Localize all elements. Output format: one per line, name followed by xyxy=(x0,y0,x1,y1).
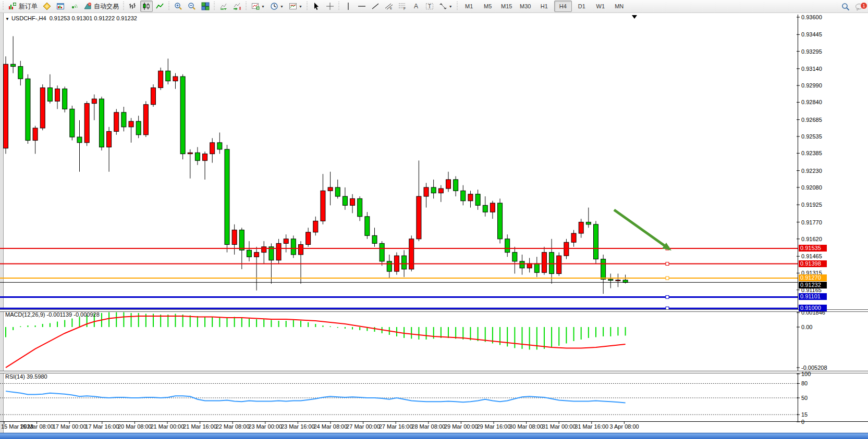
candle xyxy=(4,56,8,154)
candle xyxy=(475,190,480,210)
time-tick-label: 23 Mar 00:00 xyxy=(248,423,282,430)
crosshair-button[interactable] xyxy=(324,1,336,12)
chart-shift-marker[interactable] xyxy=(632,15,637,19)
pane-separator-rsi[interactable] xyxy=(0,371,868,373)
price-chart[interactable] xyxy=(0,13,868,433)
bottom-scrollbar[interactable] xyxy=(0,433,868,439)
tf-m30-label: M30 xyxy=(520,3,531,9)
templates-button[interactable]: ▼ xyxy=(287,1,304,12)
candle xyxy=(158,68,163,90)
line-handle[interactable] xyxy=(666,277,669,280)
tf-m15[interactable]: M15 xyxy=(498,1,516,12)
dropdown-caret-icon[interactable]: ▼ xyxy=(261,5,265,8)
zoom-in-button[interactable] xyxy=(172,1,185,12)
notifications-button[interactable]: 1 xyxy=(853,1,865,12)
text-label-icon: T xyxy=(425,2,434,10)
new-order-icon xyxy=(8,2,17,10)
tf-w1[interactable]: W1 xyxy=(592,1,609,12)
candle xyxy=(335,180,340,199)
pane-separator-macd[interactable] xyxy=(0,309,868,312)
horizontal-line-button[interactable] xyxy=(356,1,368,12)
search-button[interactable] xyxy=(839,1,852,12)
time-tick-label: 28 Mar 08:00 xyxy=(411,423,445,430)
periods-button[interactable]: ▼ xyxy=(268,1,286,12)
fibonacci-button[interactable]: F xyxy=(396,1,409,12)
text-button[interactable]: A xyxy=(410,1,422,12)
cursor-button[interactable] xyxy=(310,1,323,12)
data-window-button[interactable] xyxy=(54,1,67,12)
tf-mn-label: MN xyxy=(615,3,624,9)
text-label-button[interactable]: T xyxy=(423,1,436,12)
chart-shift-button[interactable] xyxy=(231,1,243,12)
toolbar-grip[interactable] xyxy=(2,2,5,11)
toolbar-grip[interactable] xyxy=(306,2,309,11)
candle xyxy=(431,180,436,199)
tf-h4[interactable]: H4 xyxy=(554,1,572,12)
macd-values: -0.001139 -0.000928 xyxy=(46,311,99,318)
symbol-dropdown-icon[interactable]: ▼ xyxy=(5,17,9,21)
toolbar-grip[interactable] xyxy=(168,2,170,11)
line-handle[interactable] xyxy=(666,295,669,298)
candle xyxy=(166,59,170,84)
toolbar-grip[interactable] xyxy=(213,2,216,11)
toolbar-grip[interactable] xyxy=(245,2,248,11)
candle xyxy=(564,239,569,259)
candle xyxy=(173,73,178,89)
dropdown-caret-icon[interactable]: ▼ xyxy=(449,5,453,8)
rsi-line xyxy=(6,391,626,403)
zoom-out-button[interactable] xyxy=(186,1,198,12)
candle xyxy=(225,145,229,252)
search-icon xyxy=(841,3,850,11)
tf-m1[interactable]: M1 xyxy=(460,1,478,12)
time-tick-label: 24 Mar 08:00 xyxy=(314,423,348,430)
time-tick-label: 17 Mar 00:00 xyxy=(53,423,87,430)
candle xyxy=(498,198,503,243)
tile-windows-button[interactable] xyxy=(199,1,212,12)
candlestick-button[interactable] xyxy=(140,1,153,12)
bar-chart-button[interactable] xyxy=(127,1,139,12)
trend-arrow[interactable] xyxy=(614,210,671,250)
toolbar-grip[interactable] xyxy=(123,2,125,11)
line-handle[interactable] xyxy=(666,262,669,266)
dropdown-caret-icon[interactable]: ▼ xyxy=(299,5,302,8)
candle xyxy=(380,241,384,266)
line-chart-button[interactable] xyxy=(154,1,166,12)
toolbar: 新订单自动交易▼▼▼EFAT▼M1M5M15M30H1H4D1W1MN1 xyxy=(0,0,868,13)
tf-h1[interactable]: H1 xyxy=(535,1,553,12)
auto-scroll-button[interactable] xyxy=(217,1,230,12)
vertical-line-button[interactable] xyxy=(342,1,354,12)
candle xyxy=(321,174,325,224)
candle xyxy=(549,239,554,284)
rsi-tick-label: 50 xyxy=(801,395,808,401)
candle xyxy=(232,224,237,255)
candle xyxy=(129,118,133,143)
tf-m5[interactable]: M5 xyxy=(479,1,497,12)
price-tick-label: 0.92080 xyxy=(801,184,822,191)
tf-d1[interactable]: D1 xyxy=(573,1,591,12)
price-tag-support-1: 0.91101 xyxy=(799,293,827,300)
candle xyxy=(358,196,362,221)
auto-trading-button[interactable]: 自动交易 xyxy=(81,1,121,12)
tf-m30[interactable]: M30 xyxy=(517,1,534,12)
time-tick-label: 27 Mar 00:00 xyxy=(346,423,380,430)
toolbar-grip[interactable] xyxy=(456,2,459,11)
candle xyxy=(350,194,355,214)
new-order-button[interactable]: 新订单 xyxy=(6,1,40,12)
market-watch-button[interactable] xyxy=(41,1,53,12)
dropdown-caret-icon[interactable]: ▼ xyxy=(280,5,284,8)
candle xyxy=(284,234,288,252)
candle xyxy=(33,126,38,154)
equidistant-channel-button[interactable]: E xyxy=(383,1,395,12)
arrows-button[interactable]: ▼ xyxy=(437,1,455,12)
candle xyxy=(299,241,303,284)
candle xyxy=(512,247,517,274)
chart-window[interactable]: ▼USDCHF-,H4 0.91253 0.91301 0.91222 0.91… xyxy=(0,13,868,433)
signals-button[interactable] xyxy=(68,1,80,12)
candle xyxy=(47,74,52,104)
trendline-button[interactable] xyxy=(369,1,382,12)
indicators-button[interactable]: ▼ xyxy=(249,1,267,12)
price-tick-label: 0.92840 xyxy=(801,99,822,105)
time-tick-label: 3 Apr 08:00 xyxy=(609,423,639,430)
toolbar-grip[interactable] xyxy=(338,2,340,11)
tf-mn[interactable]: MN xyxy=(610,1,628,12)
